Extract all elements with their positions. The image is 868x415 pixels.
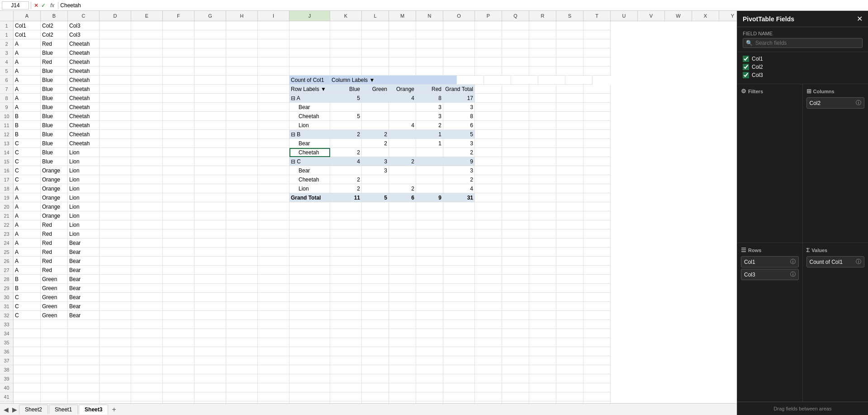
cell-h15[interactable] xyxy=(226,157,258,166)
cell-e5[interactable] xyxy=(131,67,163,76)
cell-s22[interactable] xyxy=(556,220,583,229)
cell-q42[interactable] xyxy=(502,401,529,403)
pivot-group-cell-8-1[interactable]: 5 xyxy=(330,94,362,103)
panel-close-button[interactable]: ✕ xyxy=(857,14,863,23)
count-col1-zone-settings-button[interactable]: ⓘ xyxy=(856,258,861,266)
cell-r41[interactable] xyxy=(529,392,556,401)
cell-p41[interactable] xyxy=(475,392,502,401)
cell-e26[interactable] xyxy=(131,257,163,266)
cell-a35[interactable] xyxy=(14,338,41,347)
pivot-group-cell-8-5[interactable]: 17 xyxy=(443,94,475,103)
cell-f9[interactable] xyxy=(163,103,194,112)
cell-i30[interactable] xyxy=(258,293,289,302)
cell-o32[interactable] xyxy=(443,311,475,320)
cell-h19[interactable] xyxy=(226,193,258,202)
cell-e38[interactable] xyxy=(131,365,163,374)
cell-t27[interactable] xyxy=(583,266,611,275)
cell-s1[interactable] xyxy=(556,21,583,30)
cell-i23[interactable] xyxy=(258,229,289,239)
col-header-x[interactable]: X xyxy=(692,11,719,21)
cell-p20[interactable] xyxy=(475,202,502,211)
cell-d8[interactable] xyxy=(100,94,131,103)
pivot-child-cell-10-4[interactable]: 3 xyxy=(416,112,443,121)
cell-k33[interactable] xyxy=(330,320,362,329)
cell-t9[interactable] xyxy=(583,103,611,112)
cell-p13[interactable] xyxy=(475,139,502,148)
cell-l1[interactable] xyxy=(362,30,389,39)
cell-h17[interactable] xyxy=(226,175,258,184)
cell-g30[interactable] xyxy=(194,293,226,302)
cell-d19[interactable] xyxy=(100,193,131,202)
cell-e28[interactable] xyxy=(131,275,163,284)
cell-t26[interactable] xyxy=(583,257,611,266)
pivot-child-cell-16-3[interactable] xyxy=(389,166,416,175)
cell-r5[interactable] xyxy=(529,67,556,76)
cell-p31[interactable] xyxy=(475,302,502,311)
cell-b21[interactable]: Orange xyxy=(41,211,68,220)
cell-q5[interactable] xyxy=(502,67,529,76)
cell-m36[interactable] xyxy=(389,347,416,356)
pivot-child-cell-11-1[interactable] xyxy=(330,121,362,130)
add-sheet-button[interactable]: + xyxy=(109,405,119,415)
cell-t2[interactable] xyxy=(583,39,611,48)
cell-q24[interactable] xyxy=(502,239,529,248)
cell-g27[interactable] xyxy=(194,266,226,275)
cell-c1[interactable]: Col3 xyxy=(68,21,100,30)
cell-r10[interactable] xyxy=(529,112,556,121)
cell-d11[interactable] xyxy=(100,121,131,130)
cell-t22[interactable] xyxy=(583,220,611,229)
cell-r32[interactable] xyxy=(529,311,556,320)
cell-l1[interactable] xyxy=(362,21,389,30)
cell-q4[interactable] xyxy=(502,57,529,67)
col-header-k[interactable]: K xyxy=(330,11,362,21)
cell-i31[interactable] xyxy=(258,302,289,311)
cell-p9[interactable] xyxy=(475,103,502,112)
cell-m41[interactable] xyxy=(389,392,416,401)
cell-d38[interactable] xyxy=(100,365,131,374)
cell-g16[interactable] xyxy=(194,166,226,175)
cell-l35[interactable] xyxy=(362,338,389,347)
cell-c23[interactable]: Lion xyxy=(68,229,100,239)
cell-q14[interactable] xyxy=(502,148,529,157)
cell-r15[interactable] xyxy=(529,157,556,166)
cell-j34[interactable] xyxy=(289,329,330,338)
cell-a37[interactable] xyxy=(14,356,41,365)
cell-i28[interactable] xyxy=(258,275,289,284)
cell-t7[interactable] xyxy=(583,85,611,94)
cell-e33[interactable] xyxy=(131,320,163,329)
cell-d40[interactable] xyxy=(100,383,131,392)
cell-a33[interactable] xyxy=(14,320,41,329)
cell-j25[interactable] xyxy=(289,248,330,257)
cell-h27[interactable] xyxy=(226,266,258,275)
cell-d1[interactable] xyxy=(100,30,131,39)
cell-q16[interactable] xyxy=(502,166,529,175)
cell-t36[interactable] xyxy=(583,347,611,356)
cell-c41[interactable] xyxy=(68,392,100,401)
cell-p37[interactable] xyxy=(475,356,502,365)
pivot-child-cell-13-4[interactable]: 1 xyxy=(416,139,443,148)
cell-k28[interactable] xyxy=(330,275,362,284)
cell-n21[interactable] xyxy=(416,211,443,220)
cell-e14[interactable] xyxy=(131,148,163,157)
cell-g26[interactable] xyxy=(194,257,226,266)
cell-p28[interactable] xyxy=(475,275,502,284)
pivot-child-cell-11-3[interactable]: 4 xyxy=(389,121,416,130)
cell-c13[interactable]: Cheetah xyxy=(68,139,100,148)
cell-e23[interactable] xyxy=(131,229,163,239)
cell-p8[interactable] xyxy=(475,94,502,103)
cell-d7[interactable] xyxy=(100,85,131,94)
cell-a20[interactable]: A xyxy=(14,202,41,211)
cell-b23[interactable]: Red xyxy=(41,229,68,239)
pivot-child-cell-9-5[interactable]: 3 xyxy=(443,103,475,112)
cell-m22[interactable] xyxy=(389,220,416,229)
cell-b11[interactable]: Blue xyxy=(41,121,68,130)
cell-o40[interactable] xyxy=(443,383,475,392)
cell-b29[interactable]: Green xyxy=(41,284,68,293)
cell-r38[interactable] xyxy=(529,365,556,374)
cell-i25[interactable] xyxy=(258,248,289,257)
cell-i7[interactable] xyxy=(258,85,289,94)
cell-r23[interactable] xyxy=(529,229,556,239)
cell-o24[interactable] xyxy=(443,239,475,248)
cell-b9[interactable]: Blue xyxy=(41,103,68,112)
cell-k39[interactable] xyxy=(330,374,362,383)
